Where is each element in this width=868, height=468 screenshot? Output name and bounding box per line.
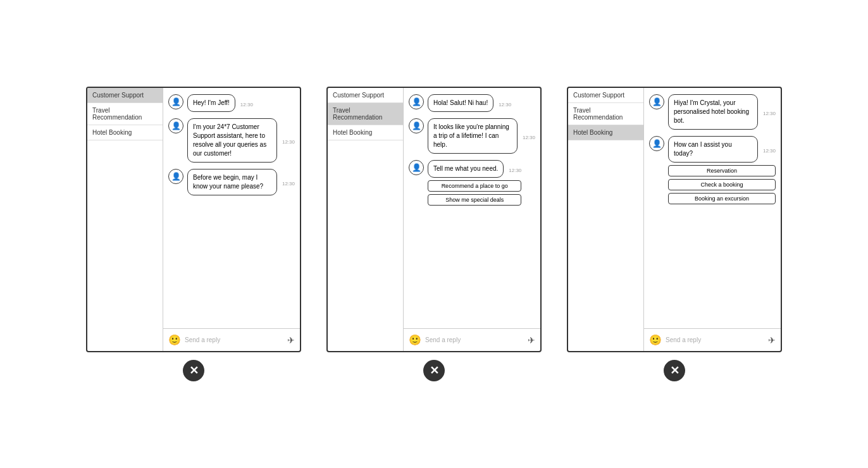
quick-reply-2[interactable]: Show me special deals bbox=[428, 194, 521, 206]
timestamp-2: 12:30 bbox=[282, 139, 295, 145]
avatar-2: 👤 bbox=[168, 118, 183, 133]
sidebar-1: Customer Support Travel Recommendation H… bbox=[87, 88, 163, 351]
emoji-icon-3[interactable]: 🙂 bbox=[649, 334, 662, 346]
p3-timestamp-2: 12:30 bbox=[763, 148, 776, 154]
input-bar-1: 🙂 Send a reply ✈ bbox=[163, 328, 300, 351]
p3-avatar-2: 👤 bbox=[649, 136, 664, 151]
emoji-icon-2[interactable]: 🙂 bbox=[409, 334, 421, 346]
sidebar-item-hotel-2[interactable]: Hotel Booking bbox=[328, 125, 403, 140]
message-row-1: 👤 Hey! I'm Jeff! 12:30 bbox=[168, 94, 295, 112]
chat-window-2: Customer Support Travel Recommendation H… bbox=[326, 87, 542, 352]
p3-quick-reply-2[interactable]: Check a booking bbox=[668, 179, 776, 190]
p3-quick-reply-3[interactable]: Booking an excursion bbox=[668, 193, 776, 204]
p2-avatar-3: 👤 bbox=[409, 160, 424, 175]
reply-input-2[interactable]: Send a reply bbox=[425, 336, 524, 343]
p3-quick-reply-1[interactable]: Reservation bbox=[668, 165, 776, 176]
message-row-3: 👤 Before we begin, may I know your name … bbox=[168, 169, 295, 195]
p2-timestamp-2: 12:30 bbox=[523, 135, 535, 140]
p2-bubble-1: Hola! Salut! Ni hau! bbox=[428, 94, 493, 112]
p2-avatar-1: 👤 bbox=[409, 94, 424, 109]
input-bar-2: 🙂 Send a reply ✈ bbox=[404, 328, 540, 351]
reply-input-1[interactable]: Send a reply bbox=[185, 336, 283, 343]
emoji-icon-1[interactable]: 🙂 bbox=[168, 334, 181, 346]
p3-message-row-1: 👤 Hiya! I'm Crystal, your personalised h… bbox=[649, 94, 776, 130]
chat-window-3: Customer Support Travel Recommendation H… bbox=[567, 87, 782, 352]
p2-bubble-3: Tell me what you need. bbox=[428, 160, 504, 178]
timestamp-3: 12:30 bbox=[282, 181, 295, 187]
sidebar-item-travel-2[interactable]: Travel Recommendation bbox=[328, 103, 403, 125]
p3-message-row-2: 👤 How can I assist you today? 12:30 Rese… bbox=[649, 136, 776, 204]
send-icon-3[interactable]: ✈ bbox=[768, 335, 776, 345]
p2-avatar-2: 👤 bbox=[409, 118, 424, 133]
p3-timestamp-1: 12:30 bbox=[763, 111, 776, 116]
sidebar-3: Customer Support Travel Recommendation H… bbox=[568, 88, 644, 351]
sidebar-item-travel-3[interactable]: Travel Recommendation bbox=[568, 103, 643, 125]
p3-bubble-1: Hiya! I'm Crystal, your personalised hot… bbox=[668, 94, 758, 130]
sidebar-item-hotel-3[interactable]: Hotel Booking bbox=[568, 125, 643, 140]
panel-1: Customer Support Travel Recommendation H… bbox=[86, 87, 301, 381]
sidebar-item-hotel-1[interactable]: Hotel Booking bbox=[87, 125, 163, 140]
sidebar-item-travel-1[interactable]: Travel Recommendation bbox=[87, 103, 163, 125]
sidebar-item-customer-support-1[interactable]: Customer Support bbox=[87, 88, 163, 103]
avatar-3: 👤 bbox=[168, 169, 183, 184]
avatar-1: 👤 bbox=[168, 94, 183, 109]
reply-input-3[interactable]: Send a reply bbox=[666, 336, 764, 343]
timestamp-1: 12:30 bbox=[240, 102, 253, 108]
bubble-3: Before we begin, may I know your name pl… bbox=[187, 169, 277, 195]
sidebar-item-customer-support-3[interactable]: Customer Support bbox=[568, 88, 643, 103]
p2-bubble-2: It looks like you're planning a trip of … bbox=[428, 118, 518, 154]
sidebar-2: Customer Support Travel Recommendation H… bbox=[328, 88, 404, 351]
p2-message-row-2: 👤 It looks like you're planning a trip o… bbox=[409, 118, 535, 154]
p2-message-row-1: 👤 Hola! Salut! Ni hau! 12:30 bbox=[409, 94, 535, 112]
panel-3: Customer Support Travel Recommendation H… bbox=[567, 87, 782, 381]
send-icon-2[interactable]: ✈ bbox=[528, 335, 535, 345]
close-button-1[interactable]: ✕ bbox=[183, 360, 204, 381]
p2-timestamp-1: 12:30 bbox=[499, 102, 511, 108]
close-button-2[interactable]: ✕ bbox=[423, 360, 445, 381]
messages-1: 👤 Hey! I'm Jeff! 12:30 👤 I'm your 24*7 C… bbox=[163, 88, 300, 328]
bubble-2: I'm your 24*7 Customer Support assistant… bbox=[187, 118, 277, 163]
messages-2: 👤 Hola! Salut! Ni hau! 12:30 👤 It looks … bbox=[404, 88, 540, 328]
p3-avatar-1: 👤 bbox=[649, 94, 664, 109]
chat-area-2: 👤 Hola! Salut! Ni hau! 12:30 👤 It looks … bbox=[404, 88, 540, 351]
p2-message-row-3: 👤 Tell me what you need. 12:30 Recommend… bbox=[409, 160, 535, 206]
message-row-2: 👤 I'm your 24*7 Customer Support assista… bbox=[168, 118, 295, 163]
input-bar-3: 🙂 Send a reply ✈ bbox=[644, 328, 781, 351]
messages-3: 👤 Hiya! I'm Crystal, your personalised h… bbox=[644, 88, 781, 328]
chat-window-1: Customer Support Travel Recommendation H… bbox=[86, 87, 301, 352]
chat-area-1: 👤 Hey! I'm Jeff! 12:30 👤 I'm your 24*7 C… bbox=[163, 88, 300, 351]
sidebar-item-customer-support-2[interactable]: Customer Support bbox=[328, 88, 403, 103]
panel-2: Customer Support Travel Recommendation H… bbox=[326, 87, 542, 381]
quick-reply-1[interactable]: Recommend a place to go bbox=[428, 180, 521, 192]
close-button-3[interactable]: ✕ bbox=[664, 360, 685, 381]
send-icon-1[interactable]: ✈ bbox=[287, 335, 295, 345]
chat-area-3: 👤 Hiya! I'm Crystal, your personalised h… bbox=[644, 88, 781, 351]
p2-timestamp-3: 12:30 bbox=[509, 168, 521, 173]
p3-bubble-2: How can I assist you today? bbox=[668, 136, 758, 163]
bubble-1: Hey! I'm Jeff! bbox=[187, 94, 235, 112]
